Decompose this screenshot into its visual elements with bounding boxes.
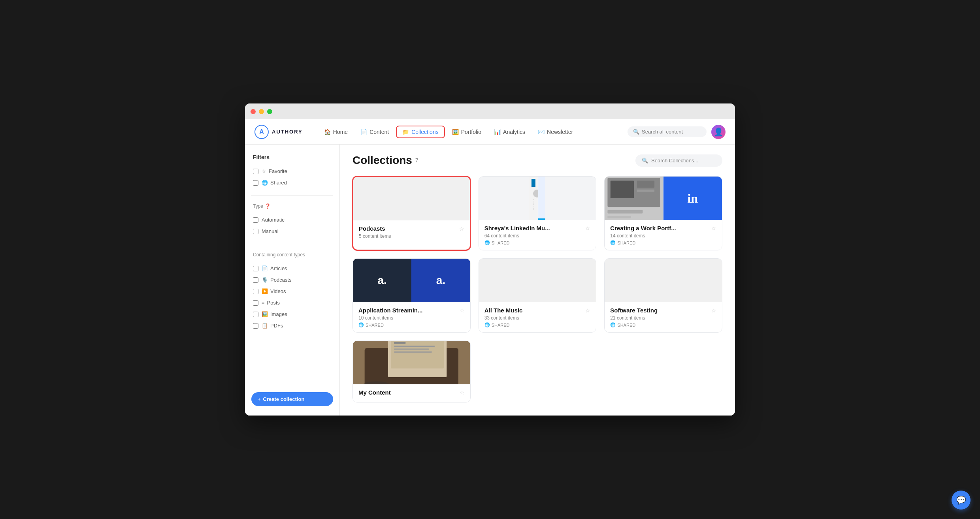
filter-manual[interactable]: Manual <box>251 227 333 236</box>
linkedin-screenshot-right <box>538 177 545 220</box>
favorite-star-my-content[interactable]: ☆ <box>460 389 465 396</box>
posts-checkbox[interactable] <box>253 300 258 306</box>
content-types-label: Containing content types <box>251 252 333 258</box>
shared-checkbox[interactable] <box>253 180 258 186</box>
collection-card-podcasts[interactable]: Podcasts ☆ 5 content items <box>352 176 471 250</box>
automatic-checkbox[interactable] <box>253 217 258 223</box>
svg-rect-12 <box>394 346 435 347</box>
analytics-icon: 📊 <box>494 129 501 135</box>
collection-card-shreya[interactable]: Shreya's LinkedIn Mu... ☆ 64 content ite… <box>479 176 597 250</box>
collections-search-bar[interactable]: 🔍 <box>635 154 722 167</box>
nav-right: 🔍 👤 <box>628 125 726 139</box>
videos-label: ▶️ Videos <box>262 288 286 294</box>
divider-2 <box>251 244 333 244</box>
svg-rect-6 <box>608 216 631 218</box>
favorite-star-work-port[interactable]: ☆ <box>711 225 716 231</box>
collections-search-input[interactable] <box>651 158 716 164</box>
thumbnail-placeholder <box>605 259 722 302</box>
favorite-checkbox[interactable] <box>253 169 258 174</box>
main-layout: Filters ☆ Favorite 🌐 Shared <box>245 145 735 416</box>
card-name-row: Creating a Work Portf... ☆ <box>610 225 716 231</box>
close-button[interactable] <box>251 109 256 114</box>
card-name: My Content <box>358 389 391 396</box>
podcasts-checkbox[interactable] <box>253 277 258 283</box>
collection-card-my-content[interactable]: My Content ☆ <box>352 340 471 402</box>
nav-item-newsletter[interactable]: ✉️ Newsletter <box>532 126 579 137</box>
nav-item-portfolio[interactable]: 🖼️ Portfolio <box>447 126 487 137</box>
images-checkbox[interactable] <box>253 312 258 317</box>
app-letter-right: a. <box>436 274 445 287</box>
images-icon: 🖼️ <box>262 311 268 317</box>
filter-videos[interactable]: ▶️ Videos <box>251 287 333 296</box>
lk-row <box>533 199 533 200</box>
linkedin-screenshot-left <box>529 177 538 220</box>
svg-rect-2 <box>611 181 634 198</box>
svg-rect-4 <box>637 190 654 192</box>
create-collection-button[interactable]: + Create collection <box>251 392 333 406</box>
chat-fab-button[interactable]: 💬 <box>952 491 971 510</box>
articles-icon: 📄 <box>262 265 268 271</box>
collections-grid: Podcasts ☆ 5 content items <box>352 176 722 402</box>
nav-item-collections[interactable]: 📁 Collections <box>396 126 445 138</box>
filter-shared[interactable]: 🌐 Shared <box>251 178 333 187</box>
videos-checkbox[interactable] <box>253 289 258 294</box>
filter-posts[interactable]: ≡ Posts <box>251 298 333 307</box>
minimize-button[interactable] <box>259 109 264 114</box>
card-name-row: All The Music ☆ <box>484 307 591 314</box>
filter-podcasts[interactable]: 🎙️ Podcasts <box>251 275 333 284</box>
content-header: Collections 7 🔍 <box>352 154 722 167</box>
favorite-label: ☆ Favorite <box>262 168 287 174</box>
thumbnail-placeholder <box>479 259 596 302</box>
avatar[interactable]: 👤 <box>711 125 726 139</box>
nav-item-analytics[interactable]: 📊 Analytics <box>488 126 531 137</box>
collection-card-software-testing[interactable]: Software Testing ☆ 21 content items 🌐 SH… <box>604 258 722 333</box>
linkedin-thumbnail <box>529 177 545 220</box>
plus-icon: + <box>258 396 261 402</box>
global-search-input[interactable] <box>642 129 701 135</box>
nav-item-home[interactable]: 🏠 Home <box>318 126 353 137</box>
filter-automatic[interactable]: Automatic <box>251 215 333 224</box>
podcasts-icon: 🎙️ <box>262 277 268 283</box>
filter-pdfs[interactable]: 📋 PDFs <box>251 321 333 330</box>
nav-item-content[interactable]: 📄 Content <box>355 126 394 137</box>
manual-checkbox[interactable] <box>253 229 258 234</box>
card-body-all-music: All The Music ☆ 33 content items 🌐 SHARE… <box>479 302 596 332</box>
filter-articles[interactable]: 📄 Articles <box>251 264 333 273</box>
navbar: A AUTHORY 🏠 Home 📄 Content 📁 Collections… <box>245 119 735 145</box>
card-thumbnail-software-testing <box>605 259 722 302</box>
content-icon: 📄 <box>360 129 367 135</box>
maximize-button[interactable] <box>267 109 272 114</box>
collections-count: 7 <box>415 157 418 164</box>
shared-badge-work-port: 🌐 SHARED <box>610 240 716 245</box>
shared-badge-app-streaming: 🌐 SHARED <box>358 322 465 327</box>
collection-card-all-music[interactable]: All The Music ☆ 33 content items 🌐 SHARE… <box>479 258 597 333</box>
divider-1 <box>251 195 333 196</box>
collection-card-app-streaming[interactable]: a. a. Application Streamin... ☆ <box>352 258 471 333</box>
articles-label: 📄 Articles <box>262 265 287 271</box>
filter-favorite[interactable]: ☆ Favorite <box>251 167 333 176</box>
favorite-star-all-music[interactable]: ☆ <box>585 307 590 314</box>
collection-card-work-port[interactable]: in Creating a Work Portf... ☆ 14 content… <box>604 176 722 250</box>
favorite-star-shreya[interactable]: ☆ <box>585 225 590 231</box>
filter-images[interactable]: 🖼️ Images <box>251 310 333 319</box>
chat-icon: 💬 <box>956 495 966 505</box>
articles-checkbox[interactable] <box>253 266 258 271</box>
favorite-star-software-testing[interactable]: ☆ <box>711 307 716 314</box>
globe-small-icon: 🌐 <box>610 240 616 245</box>
card-name: Software Testing <box>610 307 658 314</box>
globe-small-icon: 🌐 <box>484 240 490 245</box>
lk-row <box>533 203 533 205</box>
app-window: A AUTHORY 🏠 Home 📄 Content 📁 Collections… <box>245 103 735 416</box>
card-body-app-streaming: Application Streamin... ☆ 10 content ite… <box>353 302 470 332</box>
logo[interactable]: A AUTHORY <box>254 125 303 139</box>
svg-rect-5 <box>608 210 643 214</box>
pdfs-checkbox[interactable] <box>253 323 258 329</box>
favorite-star-podcasts[interactable]: ☆ <box>459 226 464 232</box>
thumbnail-placeholder <box>353 177 470 220</box>
global-search-bar[interactable]: 🔍 <box>628 126 707 137</box>
linkedin-in-logo: in <box>687 191 698 206</box>
globe-small-icon: 🌐 <box>610 322 616 327</box>
svg-rect-10 <box>391 341 443 369</box>
card-name: Creating a Work Portf... <box>610 225 676 231</box>
favorite-star-app-streaming[interactable]: ☆ <box>460 307 465 314</box>
